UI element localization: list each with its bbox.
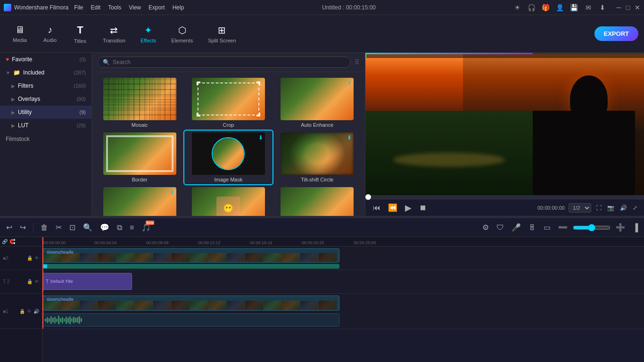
zoom-in-button[interactable]: 🔍 bbox=[81, 222, 95, 233]
download-icon[interactable]: ⬇ bbox=[599, 4, 606, 11]
menu-help[interactable]: Help bbox=[173, 4, 184, 11]
toolbar-titles[interactable]: T Titles bbox=[66, 21, 94, 47]
mail-icon[interactable]: ✉ bbox=[585, 4, 592, 11]
magnet-icon[interactable]: 🧲 bbox=[9, 239, 15, 244]
preview-seekbar-container[interactable] bbox=[365, 195, 644, 199]
quality-select[interactable]: 1/2 1/4 Full bbox=[569, 203, 591, 213]
toolbar-media[interactable]: 🖥 Media bbox=[6, 22, 34, 46]
panel-favorite[interactable]: ♥ Favorite (0) bbox=[0, 53, 91, 66]
frame-back-button[interactable]: ⏪ bbox=[386, 202, 399, 213]
delete-button[interactable]: 🗑 bbox=[38, 222, 50, 233]
play-pause-button[interactable]: ▶ bbox=[403, 202, 413, 214]
settings-icon[interactable]: ⚙ bbox=[480, 222, 491, 233]
search-input[interactable] bbox=[113, 59, 346, 66]
panel-utility[interactable]: ▶ Utility (9) bbox=[0, 106, 91, 119]
undo-button[interactable]: ↩ bbox=[4, 222, 15, 233]
menu-export[interactable]: Export bbox=[149, 4, 165, 11]
menu-bar[interactable]: File Edit Tools View Export Help bbox=[74, 4, 184, 11]
film-frame bbox=[264, 253, 281, 263]
track-3-content: slowmcheadle bbox=[42, 247, 644, 270]
effect-tilt-shift-circle[interactable]: ⬇ Tilt-shift Circle bbox=[273, 131, 361, 184]
headphones-icon[interactable]: 🎧 bbox=[528, 4, 536, 11]
adjust-button[interactable]: ≡ bbox=[127, 222, 136, 233]
transform-button[interactable]: ⧉ bbox=[115, 222, 124, 233]
effect-mosaic[interactable]: Mosaic bbox=[96, 76, 183, 130]
toolbar-audio[interactable]: ♪ Audio bbox=[36, 22, 64, 46]
cut-button[interactable]: ✂ bbox=[53, 222, 64, 233]
logo-icon bbox=[4, 4, 11, 11]
brightness-icon[interactable]: ☀ bbox=[514, 4, 521, 11]
mic-icon[interactable]: 🎤 bbox=[509, 222, 523, 233]
audio-icon-1[interactable]: 🔊 bbox=[33, 309, 39, 314]
shield-icon[interactable]: 🛡 bbox=[494, 222, 506, 233]
close-button[interactable]: ✕ bbox=[635, 4, 640, 11]
effects-icon: ✦ bbox=[144, 25, 152, 36]
toolbar-elements[interactable]: ⬡ Elements bbox=[165, 22, 199, 46]
track-1-video-clip[interactable]: slowmcheadle bbox=[42, 296, 339, 311]
eye-icon-2[interactable]: 👁 bbox=[34, 279, 39, 284]
gift-icon[interactable]: 🎁 bbox=[542, 4, 550, 11]
preview-playhead-indicator bbox=[365, 54, 366, 58]
menu-view[interactable]: View bbox=[129, 4, 141, 11]
panel-filmstock[interactable]: Filmstock bbox=[0, 132, 91, 146]
lock-icon-2[interactable]: 🔒 bbox=[27, 279, 33, 284]
expand-icon[interactable]: ⤢ bbox=[633, 205, 637, 211]
elements-icon: ⬡ bbox=[178, 25, 186, 36]
zoom-out-btn[interactable]: ➖ bbox=[556, 222, 570, 233]
fit-button[interactable]: ▐ bbox=[630, 222, 640, 233]
account-icon[interactable]: 👤 bbox=[556, 4, 564, 11]
search-box[interactable]: 🔍 bbox=[98, 57, 351, 68]
film-frame bbox=[80, 253, 98, 263]
eye-icon-1[interactable]: 👁 bbox=[27, 309, 32, 314]
stop-button[interactable]: ⏹ bbox=[417, 203, 429, 213]
zoom-slider[interactable] bbox=[573, 224, 611, 231]
audio-adjust-icon[interactable]: 🎚 bbox=[526, 222, 538, 233]
crop-trim-button[interactable]: ⊡ bbox=[67, 222, 78, 233]
fullscreen-icon[interactable]: ⛶ bbox=[596, 205, 602, 211]
speech-to-text-button[interactable]: 💬 bbox=[98, 222, 112, 233]
lock-icon-1[interactable]: 🔒 bbox=[19, 309, 25, 314]
effect-9[interactable] bbox=[273, 185, 361, 216]
effect-8[interactable]: 😶 bbox=[184, 185, 272, 216]
lock-icon-3[interactable]: 🔒 bbox=[27, 255, 33, 261]
download-icon-7: ⬇ bbox=[170, 189, 174, 196]
preview-seekbar-handle[interactable] bbox=[365, 194, 371, 200]
minimize-button[interactable]: ─ bbox=[617, 4, 621, 11]
screenshot-icon[interactable]: 📷 bbox=[607, 205, 614, 211]
toolbar-split-screen[interactable]: ⊞ Split Screen bbox=[201, 22, 242, 46]
effect-border[interactable]: Border bbox=[96, 131, 183, 184]
window-controls[interactable]: ─ □ ✕ bbox=[617, 4, 640, 11]
effect-image-mask[interactable]: ⬇ Image Mask bbox=[184, 131, 272, 184]
transition-label: Transition bbox=[103, 38, 125, 43]
eye-icon-3[interactable]: 👁 bbox=[34, 255, 39, 261]
toolbar-transition[interactable]: ⇄ Transition bbox=[96, 22, 132, 46]
menu-edit[interactable]: Edit bbox=[91, 4, 101, 11]
menu-file[interactable]: File bbox=[74, 4, 83, 11]
track-label-3: ■3 🔒 👁 bbox=[0, 247, 42, 270]
volume-icon[interactable]: 🔊 bbox=[620, 205, 627, 211]
effect-7[interactable]: ⬇ bbox=[96, 185, 183, 216]
track-2-title-clip[interactable]: T Default Title bbox=[42, 273, 132, 290]
effect-auto-enhance[interactable]: ⬇ Auto Enhance bbox=[273, 76, 361, 130]
panel-filters[interactable]: ▶ Filters (160) bbox=[0, 79, 91, 92]
subtitle-icon[interactable]: ▭ bbox=[541, 222, 553, 233]
track-3-video-clip[interactable]: slowmcheadle bbox=[42, 248, 339, 263]
ai-button[interactable]: 🎵 Beta bbox=[139, 222, 153, 233]
audio-label: Audio bbox=[43, 37, 57, 43]
menu-tools[interactable]: Tools bbox=[108, 4, 121, 11]
toolbar-effects[interactable]: ✦ Effects bbox=[134, 22, 163, 46]
export-button[interactable]: EXPORT bbox=[594, 26, 638, 41]
panel-overlays[interactable]: ▶ Overlays (90) bbox=[0, 92, 91, 106]
link-icon[interactable]: 🔗 bbox=[2, 239, 8, 244]
panel-included[interactable]: ▼ 📁 Included (287) bbox=[0, 66, 91, 79]
film-frame bbox=[300, 253, 318, 263]
effect-crop[interactable]: Crop bbox=[184, 76, 272, 130]
zoom-in-btn[interactable]: ➕ bbox=[613, 222, 627, 233]
grid-view-icon[interactable]: ⠿ bbox=[355, 58, 359, 66]
save-icon[interactable]: 💾 bbox=[570, 4, 578, 11]
redo-button[interactable]: ↪ bbox=[17, 222, 28, 233]
timeline-toolbar: ↩ ↪ 🗑 ✂ ⊡ 🔍 💬 ⧉ ≡ 🎵 Beta ⚙ 🛡 🎤 🎚 ▭ ➖ ➕ ▐ bbox=[0, 218, 644, 237]
skip-back-button[interactable]: ⏮ bbox=[371, 203, 382, 213]
maximize-button[interactable]: □ bbox=[626, 4, 630, 11]
panel-lut[interactable]: ▶ LUT (28) bbox=[0, 119, 91, 132]
